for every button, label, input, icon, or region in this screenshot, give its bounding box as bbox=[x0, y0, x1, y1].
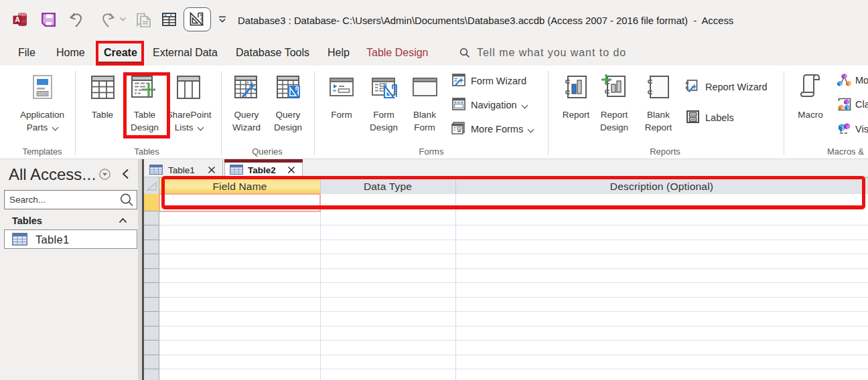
svg-text:A: A bbox=[15, 15, 20, 23]
